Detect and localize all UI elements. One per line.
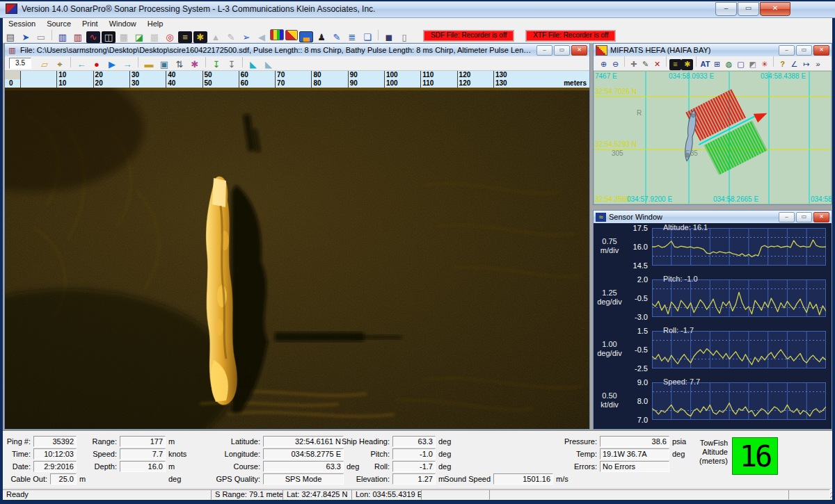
title-bar[interactable]: Version 14.0 SonarPro® Sonar Processing … [0,0,835,18]
display-window-icon[interactable]: ▄ [299,31,313,42]
seek-forward-icon[interactable]: → [120,58,134,70]
delete-icon[interactable]: ✕ [651,59,663,70]
signal-waveform-icon[interactable]: ∿ [86,31,100,43]
bottom-track-down-icon[interactable]: ◣ [262,58,276,70]
minimize-button[interactable]: – [779,212,795,222]
cascade-windows-icon[interactable]: ❏ [360,31,374,43]
zoom-out-icon[interactable]: ⊖ [610,59,621,70]
towfish-deploy-icon[interactable]: ➤ [19,31,33,43]
target-icon[interactable]: ◎ [163,31,177,43]
display-settings-icon[interactable]: ▣ [157,58,171,70]
ruler-tick [493,79,494,88]
select-region-icon[interactable]: ▢ [735,59,747,70]
maximize-button[interactable]: ▭ [554,45,570,56]
course-label: Course: [171,461,260,472]
menu-window[interactable]: Window [104,19,142,29]
chart-y-tick: 14.5 [624,261,648,270]
import-icon[interactable]: ▲ [209,31,223,43]
menu-source[interactable]: Source [41,19,77,29]
more-tools-icon[interactable]: » [812,59,824,70]
list-bars-icon[interactable]: ≣ [345,31,359,43]
map-label: 7467 E [595,72,617,80]
globe-icon[interactable]: ◍ [723,59,735,70]
menu-session[interactable]: Session [3,19,41,29]
sensor-charts: 0.75m/div17.516.014.5Altitude: 16.11.25d… [594,223,832,429]
palette-icon[interactable] [270,29,284,40]
range-ruler-icon[interactable]: ▬ [142,58,156,70]
latitude-label: Latitude: [171,436,260,447]
maximize-button[interactable]: ▭ [796,212,812,222]
marker-add-icon[interactable]: ↧ [209,58,223,70]
chart-scale-label: 1.00deg/div [595,340,624,358]
mosaic-icon[interactable]: ▦ [117,31,131,43]
gain-sliders-icon[interactable]: ⇅ [173,58,186,70]
play-icon[interactable]: ▶ [105,58,119,70]
minimize-button[interactable]: – [779,45,795,56]
bottom-track-up-icon[interactable]: ◣ [246,58,260,70]
maximize-button[interactable]: ▭ [738,2,759,16]
minimize-button[interactable]: – [536,45,552,56]
towfish-status-icon[interactable]: ➢ [239,31,253,43]
auto-track-icon[interactable]: AT [699,59,711,70]
map-canvas[interactable]: 7467 E034:58.0933 E034:58.4388 E32:54.70… [594,71,832,204]
annotate-icon[interactable]: ✎ [224,31,238,43]
file-search-icon[interactable]: ⌖ [53,58,67,70]
close-button[interactable]: ✕ [813,212,829,222]
blank-button-icon[interactable]: ▭ [34,31,48,43]
raw-data-port-icon[interactable]: ▥ [56,31,70,43]
grid-view-icon[interactable]: ▦ [148,31,161,43]
minimize-button[interactable]: – [715,2,737,16]
center-view-icon[interactable]: ⊞ [711,59,723,70]
range-scale-input[interactable]: 3.5 [9,58,31,69]
raw-data-stbd-icon[interactable]: ▥ [71,31,85,43]
sonar-image[interactable] [5,88,589,429]
gate-display-icon[interactable]: ◫ [102,31,116,43]
menu-print[interactable]: Print [77,19,104,29]
map-label: 32:54.5293 N [595,140,637,148]
close-button[interactable]: ✕ [813,45,829,56]
status-extra [421,489,495,500]
ruler-number: 60 [241,71,248,79]
open-file-icon[interactable]: ▱ [38,58,51,70]
menu-help[interactable]: Help [142,19,169,29]
map-window-titlebar[interactable]: MIFRATS HEFA (HAIFA BAY) –▭✕ [594,44,832,57]
pan-icon[interactable]: ✚ [628,59,639,70]
sensor-window-titlebar[interactable]: ≈ Sensor Window –▭✕ [594,211,832,224]
contacts-icon[interactable]: ♟ [315,31,328,43]
offset-icon[interactable]: ↦ [800,59,812,70]
event-list-icon[interactable]: ≡ [178,31,192,43]
field-pitch: -1.0 [392,448,436,460]
zoom-in-icon[interactable]: ⊕ [598,59,610,70]
status-longitude: Lon: 034:55.4319 E [351,489,427,500]
query-icon[interactable]: ? [777,59,788,70]
print-icon[interactable]: ▤ [3,31,17,43]
close-button[interactable]: ✕ [760,2,790,16]
ruler-number: 30 [132,71,139,79]
marker-remove-icon[interactable]: ↧ [225,58,239,70]
new-file-icon[interactable]: ▯ [397,31,411,43]
settings-gear-icon[interactable]: ✱ [193,31,207,43]
contact-burst-icon[interactable]: ✳ [758,59,770,70]
sonar-window-titlebar[interactable]: ▥ File: C:\Users\sarmstrong\Desktop\Desk… [5,44,589,57]
ruler-tick [166,71,166,79]
erase-icon[interactable]: ✎ [639,59,651,70]
terrain-view-icon[interactable]: ◪ [132,31,146,43]
swath-coverage-icon[interactable]: ◩ [747,59,758,70]
close-button[interactable]: ✕ [571,45,587,56]
save-icon[interactable]: ◼ [382,31,396,43]
angle-measure-icon[interactable]: ∠ [788,59,800,70]
layer-settings-icon[interactable]: ✱ [681,59,693,70]
plot-edit-icon[interactable]: ✎ [330,31,344,43]
previous-icon[interactable]: ◀ [255,31,269,43]
stop-icon[interactable]: ● [90,58,104,70]
map-label: 305 [612,149,623,157]
layer-list-icon[interactable]: ≡ [669,59,681,70]
field-sound-speed: 1501.16 [493,473,553,485]
status-fill-2 [788,489,830,500]
maximize-button[interactable]: ▭ [796,45,812,56]
palette-icon[interactable]: ✱ [188,58,202,70]
seek-back-icon[interactable]: ← [74,58,88,70]
color-tiles-icon[interactable] [285,30,298,40]
ship-heading-unit: deg [438,436,451,447]
chart-title-altitude: Altitude: 16.1 [663,223,708,231]
